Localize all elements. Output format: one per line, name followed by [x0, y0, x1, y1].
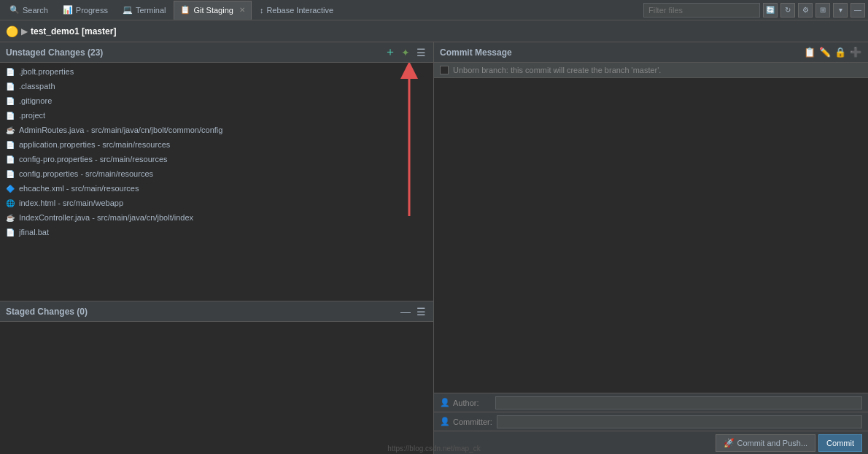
unstaged-menu-btn[interactable]: ☰: [414, 46, 427, 59]
commit-toolbar: 📋 ✏️ 🔒 ➕: [803, 46, 862, 59]
commit-tool-lock-btn[interactable]: 🔒: [834, 46, 847, 59]
tab-list: 🔍 Search 📊 Progress 💻 Terminal 📋 Git Sta…: [3, 1, 340, 20]
list-item[interactable]: 📄 jfinal.bat: [0, 225, 433, 239]
staged-header: Staged Changes (0) — ☰: [0, 301, 433, 322]
branch-checkbox[interactable]: [440, 66, 449, 74]
staged-minus-btn[interactable]: —: [399, 305, 412, 318]
file-icon: 📄: [6, 97, 16, 105]
committer-row: 👤 Committer:: [434, 412, 868, 431]
tab-rebase-label: Rebase Interactive: [266, 6, 333, 15]
commit-button[interactable]: Commit: [818, 434, 862, 452]
commit-label: Commit: [826, 439, 854, 447]
author-icon: 👤: [440, 398, 450, 407]
author-label: 👤 Author:: [440, 398, 491, 407]
list-item[interactable]: 📄 config-pro.properties - src/main/resou…: [0, 152, 433, 166]
file-icon: 📄: [6, 112, 16, 120]
list-item[interactable]: 📄 .jbolt.properties: [0, 64, 433, 79]
branch-info-bar: Unborn branch: this commit will create t…: [434, 63, 868, 78]
rebase-icon: ↕: [260, 6, 264, 15]
author-input[interactable]: [495, 396, 862, 409]
file-name: .project: [19, 111, 45, 120]
commit-and-push-button[interactable]: 🚀 Commit and Push...: [716, 434, 816, 452]
right-panel: Commit Message 📋 ✏️ 🔒 ➕ Unborn branch: t…: [434, 42, 868, 454]
unstaged-add-btn[interactable]: ＋: [384, 46, 397, 59]
file-icon: 📄: [6, 141, 16, 149]
file-icon: 🌐: [6, 199, 16, 207]
staged-menu-btn[interactable]: ☰: [414, 305, 427, 318]
branch-info-text: Unborn branch: this commit will create t…: [453, 66, 661, 74]
toolbar-refresh-btn[interactable]: ↻: [780, 3, 795, 18]
staged-file-list: [0, 322, 433, 454]
list-item[interactable]: 📄 .gitignore: [0, 93, 433, 108]
file-name: AdminRoutes.java - src/main/java/cn/jbol…: [19, 126, 222, 134]
file-icon: 📄: [6, 170, 16, 178]
tab-search-label: Search: [23, 6, 48, 15]
tab-git-staging-label: Git Staging: [193, 6, 233, 15]
file-name: config-pro.properties - src/main/resourc…: [19, 155, 168, 163]
commit-tool-add-btn[interactable]: ➕: [849, 46, 862, 59]
toolbar-sync-btn[interactable]: 🔄: [763, 3, 778, 18]
filter-input[interactable]: [643, 3, 760, 18]
file-name: jfinal.bat: [19, 228, 49, 236]
commit-message-input[interactable]: [434, 78, 868, 393]
committer-icon: 👤: [440, 417, 450, 426]
list-item[interactable]: ☕ IndexController.java - src/main/java/c…: [0, 210, 433, 225]
tab-git-staging[interactable]: 📋 Git Staging ✕: [174, 1, 251, 20]
file-name: .gitignore: [19, 96, 52, 105]
file-name: .classpath: [19, 82, 55, 91]
file-icon: ☕: [6, 214, 16, 222]
commit-tool-template-btn[interactable]: 📋: [803, 46, 816, 59]
toolbar-layout-btn[interactable]: ⊞: [815, 3, 830, 18]
tab-bar: 🔍 Search 📊 Progress 💻 Terminal 📋 Git Sta…: [0, 0, 868, 20]
file-name: config.properties - src/main/resources: [19, 169, 153, 178]
list-item[interactable]: 📄 config.properties - src/main/resources: [0, 166, 433, 181]
tab-progress[interactable]: 📊 Progress: [56, 1, 115, 20]
unstaged-stage-selected-btn[interactable]: ✦: [399, 46, 412, 59]
list-item[interactable]: 🌐 index.html - src/main/webapp: [0, 196, 433, 210]
project-icon: 🟡: [6, 26, 18, 37]
left-panel: Unstaged Changes (23) ＋ ✦ ☰ 📄 .jbolt.pro…: [0, 42, 434, 454]
file-icon: 📄: [6, 68, 16, 76]
file-name: index.html - src/main/webapp: [19, 199, 123, 207]
author-row: 👤 Author:: [434, 393, 868, 412]
toolbar-chevron-btn[interactable]: ▾: [833, 3, 848, 18]
toolbar-more-btn[interactable]: —: [850, 3, 865, 18]
tab-git-staging-close[interactable]: ✕: [239, 6, 245, 14]
file-icon: ☕: [6, 126, 16, 134]
commit-push-icon: 🚀: [724, 438, 735, 448]
tab-rebase[interactable]: ↕ Rebase Interactive: [253, 1, 340, 20]
staged-title: Staged Changes (0): [6, 307, 88, 317]
unstaged-tools: ＋ ✦ ☰: [384, 46, 427, 59]
committer-label: 👤 Committer:: [440, 417, 492, 426]
file-icon: 📄: [6, 82, 16, 91]
project-name: test_demo1 [master]: [31, 26, 116, 36]
list-item[interactable]: ☕ AdminRoutes.java - src/main/java/cn/jb…: [0, 123, 433, 137]
file-name: IndexController.java - src/main/java/cn/…: [19, 213, 193, 222]
staged-tools: — ☰: [399, 305, 427, 318]
commit-push-label: Commit and Push...: [737, 439, 808, 447]
file-icon: 🔷: [6, 185, 16, 193]
search-icon: 🔍: [9, 5, 20, 15]
main-layout: Unstaged Changes (23) ＋ ✦ ☰ 📄 .jbolt.pro…: [0, 42, 868, 454]
list-item[interactable]: 📄 application.properties - src/main/reso…: [0, 137, 433, 152]
list-item[interactable]: 🔷 ehcache.xml - src/main/resources: [0, 181, 433, 196]
file-icon: 📄: [6, 155, 16, 163]
list-item[interactable]: 📄 .project: [0, 108, 433, 123]
file-name: .jbolt.properties: [19, 67, 74, 76]
staged-section: Staged Changes (0) — ☰: [0, 301, 433, 454]
bottom-bar: 🚀 Commit and Push... Commit: [434, 431, 868, 454]
committer-input[interactable]: [497, 415, 862, 428]
list-item[interactable]: 📄 .classpath: [0, 79, 433, 93]
tab-progress-label: Progress: [76, 6, 108, 15]
toolbar-settings-btn[interactable]: ⚙: [798, 3, 813, 18]
tab-bar-right: 🔄 ↻ ⚙ ⊞ ▾ —: [643, 3, 865, 18]
project-header: 🟡 ▶ test_demo1 [master]: [0, 20, 868, 42]
commit-message-title: Commit Message: [440, 47, 512, 58]
tab-terminal-label: Terminal: [136, 6, 166, 15]
unstaged-file-list: 📄 .jbolt.properties 📄 .classpath 📄 .giti…: [0, 63, 433, 301]
tab-terminal[interactable]: 💻 Terminal: [116, 1, 173, 20]
terminal-icon: 💻: [123, 5, 133, 15]
file-icon: 📄: [6, 228, 16, 236]
tab-search[interactable]: 🔍 Search: [3, 1, 55, 20]
commit-tool-edit-btn[interactable]: ✏️: [818, 46, 832, 59]
